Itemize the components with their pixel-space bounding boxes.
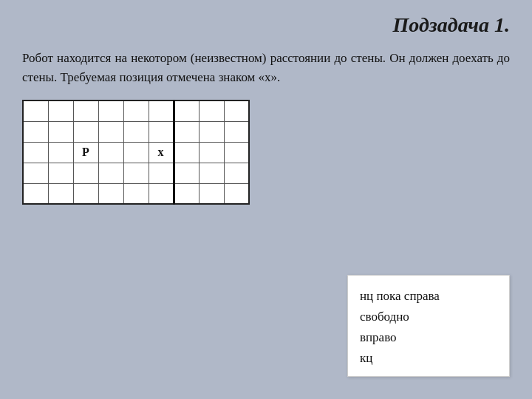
grid-cell — [199, 163, 224, 183]
grid-cell — [23, 142, 48, 163]
grid-cell — [73, 163, 98, 183]
grid-cell — [73, 121, 98, 142]
page-container: Подзадача 1. Робот находится на некоторо… — [0, 0, 532, 399]
grid-cell — [123, 183, 149, 204]
grid-cell — [98, 100, 123, 121]
grid-table: Рx — [22, 100, 250, 205]
grid-cell — [149, 163, 174, 183]
grid-cell — [224, 163, 249, 183]
grid-cell — [199, 183, 224, 204]
grid-cell — [123, 163, 149, 183]
grid-cell — [98, 142, 123, 163]
page-title: Подзадача 1. — [393, 13, 510, 36]
grid-cell — [149, 100, 174, 121]
grid-cell — [23, 163, 48, 183]
grid-cell — [23, 100, 48, 121]
grid-cell — [123, 142, 149, 163]
grid-cell — [123, 100, 149, 121]
grid-cell — [98, 163, 123, 183]
code-line-2: свободно — [360, 307, 494, 327]
grid-cell — [73, 183, 98, 204]
grid-cell — [199, 142, 224, 163]
body-text: Робот находится на некотором (неизвестно… — [0, 43, 532, 95]
grid-cell: x — [149, 142, 174, 163]
grid-cell — [224, 183, 249, 204]
grid-cell: Р — [73, 142, 98, 163]
grid-cell — [98, 183, 123, 204]
code-box: нц пока справа свободно вправо кц — [347, 275, 510, 377]
grid-cell — [149, 121, 174, 142]
grid-cell — [224, 142, 249, 163]
grid-cell — [149, 183, 174, 204]
grid-area: Рx — [0, 100, 532, 205]
grid-cell — [48, 100, 73, 121]
grid-cell — [123, 121, 149, 142]
title-area: Подзадача 1. — [0, 0, 532, 43]
grid-cell — [174, 163, 199, 183]
grid-cell — [174, 100, 199, 121]
grid-cell — [48, 163, 73, 183]
grid-cell — [23, 183, 48, 204]
grid-cell — [73, 100, 98, 121]
grid-cell — [98, 121, 123, 142]
grid-cell — [48, 183, 73, 204]
code-line-4: кц — [360, 348, 494, 369]
grid-cell — [199, 100, 224, 121]
grid-cell — [224, 100, 249, 121]
code-line-1: нц пока справа — [360, 286, 494, 307]
grid-cell — [174, 183, 199, 204]
grid-cell — [48, 142, 73, 163]
grid-cell — [199, 121, 224, 142]
grid-cell — [174, 121, 199, 142]
code-line-3: вправо — [360, 327, 494, 348]
grid-cell — [174, 142, 199, 163]
grid-cell — [48, 121, 73, 142]
grid-cell — [23, 121, 48, 142]
grid-cell — [224, 121, 249, 142]
